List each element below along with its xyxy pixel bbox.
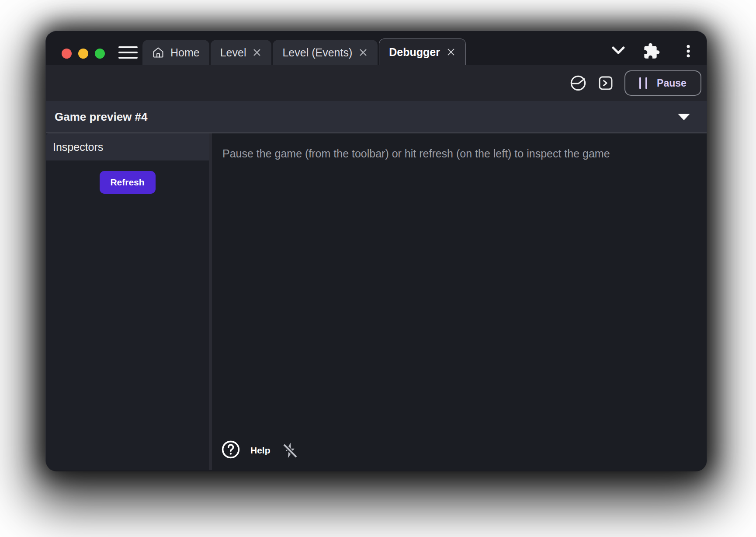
- tab-label: Level: [220, 46, 246, 59]
- game-preview-header[interactable]: Game preview #4: [46, 101, 707, 133]
- help-circle-icon: [221, 439, 241, 461]
- refresh-button[interactable]: Refresh: [100, 171, 156, 194]
- inspectors-sidebar: Inspectors Refresh: [46, 133, 212, 470]
- inspectors-header: Inspectors: [46, 133, 209, 160]
- debugger-window: Home Level Level (Events): [45, 31, 707, 471]
- inspector-content-panel: Pause the game (from the toolbar) or hit…: [212, 133, 707, 470]
- tab-strip: Home Level Level (Events): [46, 31, 707, 65]
- close-icon[interactable]: [252, 48, 262, 57]
- tab-debugger[interactable]: Debugger: [379, 38, 466, 65]
- zoom-window-button[interactable]: [95, 49, 105, 59]
- pause-button[interactable]: Pause: [624, 70, 701, 96]
- flash-off-icon[interactable]: [281, 441, 299, 460]
- tab-label: Level (Events): [282, 46, 352, 59]
- debugger-body: Inspectors Refresh Pause the game (from …: [46, 133, 707, 470]
- kebab-menu-icon[interactable]: [680, 42, 697, 62]
- hamburger-menu-icon[interactable]: [118, 46, 138, 59]
- inspectors-header-label: Inspectors: [53, 141, 103, 153]
- tab-level[interactable]: Level: [211, 40, 272, 65]
- close-window-button[interactable]: [62, 49, 72, 59]
- help-row: Help: [221, 439, 299, 461]
- dropdown-triangle-icon[interactable]: [678, 114, 690, 120]
- console-icon[interactable]: [597, 75, 614, 91]
- debugger-toolbar: Pause: [46, 65, 707, 101]
- help-button[interactable]: Help: [221, 439, 270, 461]
- tab-level-events[interactable]: Level (Events): [273, 40, 378, 65]
- pause-icon: [639, 77, 647, 89]
- tab-home[interactable]: Home: [142, 40, 209, 65]
- pause-hint-message: Pause the game (from the toolbar) or hit…: [222, 147, 707, 160]
- close-icon[interactable]: [446, 47, 456, 57]
- pause-button-label: Pause: [657, 77, 687, 89]
- profiler-gauge-icon[interactable]: [569, 74, 587, 92]
- traffic-lights: [62, 49, 105, 59]
- puzzle-icon[interactable]: [643, 42, 660, 62]
- home-icon: [152, 46, 164, 59]
- tab-label: Home: [170, 46, 200, 59]
- minimize-window-button[interactable]: [78, 49, 88, 59]
- close-icon[interactable]: [358, 48, 368, 57]
- chevron-down-icon[interactable]: [610, 45, 627, 58]
- tab-bar: Home Level Level (Events): [142, 38, 466, 65]
- game-preview-title: Game preview #4: [55, 110, 678, 124]
- help-label: Help: [250, 445, 270, 456]
- tab-label: Debugger: [389, 46, 440, 59]
